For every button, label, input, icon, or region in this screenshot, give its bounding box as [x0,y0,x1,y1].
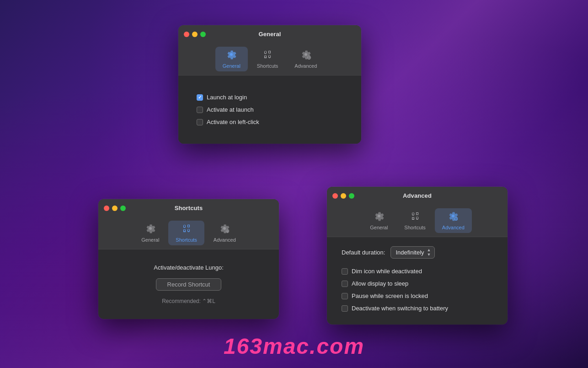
watermark: 163mac.com [224,334,364,359]
duration-value: Indefinitely [396,249,424,256]
general-window-title: General [258,31,281,38]
shortcuts-minimize-button[interactable] [112,206,118,211]
shortcuts-cmd-icon [182,223,192,236]
shortcuts-window-title: Shortcuts [175,205,203,211]
duration-row: Default duration: Indefinitely ▲ ▼ [342,246,493,259]
dim-icon-label: Dim icon while deactivated [352,268,422,275]
close-button[interactable] [184,32,189,37]
shortcuts-toolbar: General Shortcuts Advanced [98,217,279,249]
advanced-tab-general-label: General [370,225,388,230]
advanced-content: Default duration: Indefinitely ▲ ▼ Dim i… [327,237,508,325]
shortcuts-maximize-button[interactable] [120,206,126,211]
advanced-window-controls [332,193,354,199]
general-toolbar: General Shortcuts Advanced [178,43,361,76]
tab-advanced-label: Advanced [294,63,317,69]
advanced-window: Advanced General Shortcuts [327,187,508,325]
shortcuts-tab-general-label: General [141,237,159,243]
deactivate-battery-label: Deactivate when switching to battery [352,305,448,312]
general-window-controls [184,32,206,37]
general-window: General General Shortcuts [178,25,361,144]
activate-on-left-click-label: Activate on left-click [207,119,259,125]
stepper-arrows: ▲ ▼ [427,248,431,257]
duration-label: Default duration: [342,249,385,256]
launch-at-login-item[interactable]: Launch at login [197,94,343,101]
shortcuts-titlebar: Shortcuts [98,199,279,217]
activate-at-launch-item[interactable]: Activate at launch [197,106,343,113]
advanced-toolbar: General Shortcuts Advanced [327,205,508,237]
pause-locked-item[interactable]: Pause while screen is locked [342,292,493,299]
minimize-button[interactable] [192,32,198,37]
tab-shortcuts-in-advanced[interactable]: Shortcuts [397,208,433,233]
advanced-gear-icon [301,49,311,62]
deactivate-battery-item[interactable]: Deactivate when switching to battery [342,305,493,312]
allow-sleep-label: Allow display to sleep [352,280,408,287]
recommended-text: Recommended: ⌃⌘L [162,298,215,304]
shortcuts-window-controls [104,206,126,211]
tab-shortcuts-in-general[interactable]: Shortcuts [250,47,285,71]
gear-icon [226,49,236,62]
shortcuts-tab-shortcuts-label: Shortcuts [176,237,197,243]
pause-locked-label: Pause while screen is locked [352,292,428,299]
activate-on-left-click-item[interactable]: Activate on left-click [197,119,343,125]
general-content: Launch at login Activate at launch Activ… [178,76,361,144]
activate-on-left-click-checkbox[interactable] [197,119,203,125]
general-checkbox-group: Launch at login Activate at launch Activ… [197,87,343,133]
tab-general-in-advanced[interactable]: General [363,208,395,233]
advanced-maximize-button[interactable] [349,193,354,199]
shortcuts-tab-advanced-label: Advanced [214,237,236,243]
stepper-up-arrow: ▲ [427,248,431,252]
advanced-window-title: Advanced [403,192,432,199]
advanced-checkboxes: Dim icon while deactivated Allow display… [342,268,493,312]
activate-at-launch-label: Activate at launch [207,106,254,113]
tab-advanced-in-general[interactable]: Advanced [287,47,324,71]
general-titlebar: General [178,25,361,43]
launch-at-login-checkbox[interactable] [197,94,203,101]
tab-shortcuts-label: Shortcuts [257,63,278,69]
tab-advanced-in-shortcuts[interactable]: Advanced [206,221,243,245]
shortcuts-content: Activate/deactivate Lungo: Record Shortc… [98,249,279,319]
record-shortcut-button[interactable]: Record Shortcut [156,278,222,291]
shortcuts-icon [262,49,273,62]
maximize-button[interactable] [200,32,206,37]
activate-at-launch-checkbox[interactable] [197,107,203,113]
shortcuts-advanced-icon [219,223,230,236]
tab-advanced-in-advanced[interactable]: Advanced [435,208,472,233]
dim-icon-checkbox[interactable] [342,268,348,275]
deactivate-battery-checkbox[interactable] [342,305,348,312]
advanced-tab-advanced-label: Advanced [442,225,465,230]
shortcuts-window: Shortcuts General Shortcuts [98,199,279,319]
advanced-tab-shortcuts-label: Shortcuts [404,225,425,230]
tab-general-label: General [223,63,241,69]
activate-deactivate-label: Activate/deactivate Lungo: [154,264,224,271]
advanced-active-icon [448,211,458,223]
stepper-down-arrow: ▼ [427,253,431,257]
advanced-minimize-button[interactable] [341,193,346,199]
shortcuts-close-button[interactable] [104,206,109,211]
duration-selector[interactable]: Indefinitely ▲ ▼ [390,246,435,259]
advanced-titlebar: Advanced [327,187,508,205]
advanced-shortcuts-icon [410,211,420,223]
allow-sleep-checkbox[interactable] [342,281,348,287]
allow-sleep-item[interactable]: Allow display to sleep [342,280,493,287]
launch-at-login-label: Launch at login [207,94,247,101]
advanced-close-button[interactable] [332,193,338,199]
tab-general-in-shortcuts[interactable]: General [134,221,166,245]
pause-locked-checkbox[interactable] [342,293,348,299]
tab-shortcuts-in-shortcuts[interactable]: Shortcuts [168,221,204,245]
dim-icon-item[interactable]: Dim icon while deactivated [342,268,493,275]
advanced-general-icon [374,211,384,223]
shortcuts-general-gear-icon [145,223,155,236]
tab-general-in-general[interactable]: General [215,47,248,71]
